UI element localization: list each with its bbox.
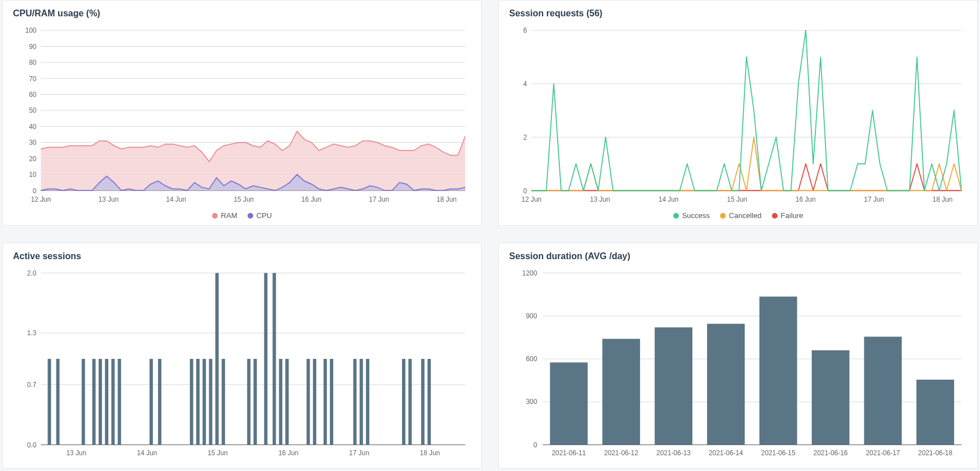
svg-rect-86 [330, 359, 333, 445]
svg-text:1200: 1200 [522, 269, 537, 277]
svg-rect-89 [366, 359, 369, 445]
svg-text:13 Jun: 13 Jun [99, 195, 119, 203]
svg-text:600: 600 [526, 355, 537, 363]
legend-item-success[interactable]: Success [673, 211, 710, 220]
svg-rect-62 [56, 359, 60, 445]
svg-rect-64 [92, 359, 96, 445]
svg-text:20: 20 [29, 154, 36, 163]
svg-rect-85 [324, 359, 327, 445]
svg-rect-119 [916, 380, 954, 445]
svg-rect-105 [550, 362, 588, 445]
svg-text:13 Jun: 13 Jun [590, 195, 610, 203]
svg-text:13 Jun: 13 Jun [66, 449, 86, 457]
svg-rect-115 [812, 350, 850, 445]
svg-text:17 Jun: 17 Jun [864, 195, 884, 203]
svg-rect-70 [158, 359, 161, 445]
svg-rect-66 [105, 359, 108, 445]
svg-text:14 Jun: 14 Jun [166, 195, 187, 203]
svg-text:0.0: 0.0 [27, 441, 37, 448]
svg-text:16 Jun: 16 Jun [301, 195, 321, 203]
svg-text:12 Jun: 12 Jun [522, 195, 542, 203]
svg-rect-107 [602, 339, 640, 445]
legend-requests: Success Cancelled Failure [509, 209, 967, 220]
svg-text:40: 40 [29, 122, 36, 131]
svg-text:60: 60 [29, 90, 36, 99]
svg-text:30: 30 [29, 139, 36, 147]
svg-text:2021-06-17: 2021-06-17 [866, 449, 900, 457]
card-session-duration: Session duration (AVG /day) 030060090012… [498, 243, 978, 469]
svg-text:18 Jun: 18 Jun [420, 449, 440, 457]
svg-text:12 Jun: 12 Jun [31, 195, 51, 203]
svg-text:14 Jun: 14 Jun [137, 449, 157, 457]
svg-rect-111 [707, 324, 745, 445]
svg-text:17 Jun: 17 Jun [349, 449, 369, 457]
svg-rect-78 [254, 359, 257, 445]
svg-rect-87 [353, 359, 356, 445]
chart-session-requests[interactable]: 024612 Jun13 Jun14 Jun15 Jun16 Jun17 Jun… [509, 24, 967, 209]
chart-session-duration[interactable]: 030060090012002021-06-112021-06-122021-0… [509, 267, 967, 463]
svg-text:2021-06-12: 2021-06-12 [604, 449, 638, 457]
svg-text:18 Jun: 18 Jun [933, 195, 953, 203]
svg-rect-90 [402, 359, 405, 445]
svg-rect-76 [222, 359, 225, 445]
svg-text:2021-06-11: 2021-06-11 [551, 449, 586, 457]
svg-text:10: 10 [29, 171, 36, 179]
svg-text:0: 0 [523, 186, 527, 195]
svg-text:2021-06-18: 2021-06-18 [918, 449, 952, 457]
card-title: CPU/RAM usage (%) [13, 8, 471, 19]
svg-text:900: 900 [526, 312, 537, 320]
svg-rect-81 [279, 359, 282, 445]
svg-rect-63 [82, 359, 85, 445]
svg-rect-69 [149, 359, 153, 445]
svg-rect-72 [196, 359, 200, 445]
svg-rect-77 [247, 359, 250, 445]
svg-text:6: 6 [523, 26, 527, 35]
legend-item-ram[interactable]: RAM [212, 211, 237, 220]
legend-item-cancelled[interactable]: Cancelled [720, 211, 762, 220]
svg-text:16 Jun: 16 Jun [796, 195, 816, 203]
svg-rect-91 [408, 359, 412, 445]
svg-rect-67 [111, 359, 114, 445]
card-session-requests: Session requests (56) 024612 Jun13 Jun14… [498, 0, 978, 226]
svg-rect-109 [655, 327, 692, 445]
card-active-sessions: Active sessions 0.00.71.32.013 Jun14 Jun… [2, 243, 482, 469]
svg-rect-93 [427, 359, 431, 445]
card-title: Active sessions [13, 251, 471, 261]
svg-rect-71 [190, 359, 193, 445]
svg-text:2021-06-13: 2021-06-13 [656, 449, 691, 457]
svg-rect-75 [215, 273, 219, 445]
svg-text:4: 4 [523, 80, 527, 88]
svg-rect-83 [307, 359, 310, 445]
svg-text:2021-06-15: 2021-06-15 [761, 449, 796, 457]
svg-text:80: 80 [29, 59, 36, 67]
legend-cpu-ram: RAM CPU [13, 209, 471, 220]
legend-item-cpu[interactable]: CPU [248, 211, 272, 220]
svg-text:15 Jun: 15 Jun [208, 449, 228, 457]
svg-rect-80 [272, 273, 276, 445]
card-cpu-ram: CPU/RAM usage (%) 0102030405060708090100… [2, 0, 482, 226]
svg-rect-65 [99, 359, 102, 445]
svg-rect-117 [864, 337, 902, 445]
svg-rect-73 [202, 359, 206, 445]
svg-text:300: 300 [526, 398, 537, 406]
svg-rect-92 [421, 359, 425, 445]
svg-rect-68 [118, 359, 121, 445]
svg-text:15 Jun: 15 Jun [727, 195, 747, 203]
svg-text:14 Jun: 14 Jun [659, 195, 679, 203]
chart-active-sessions[interactable]: 0.00.71.32.013 Jun14 Jun15 Jun16 Jun17 J… [13, 267, 471, 463]
legend-item-failure[interactable]: Failure [772, 211, 804, 220]
svg-text:2021-06-16: 2021-06-16 [814, 449, 848, 457]
svg-text:17 Jun: 17 Jun [369, 195, 389, 203]
svg-text:2: 2 [523, 133, 527, 141]
svg-text:50: 50 [29, 106, 36, 115]
svg-text:0: 0 [33, 186, 37, 195]
svg-text:2021-06-14: 2021-06-14 [709, 449, 743, 457]
svg-rect-84 [313, 359, 316, 445]
svg-text:0: 0 [533, 441, 537, 448]
svg-rect-88 [360, 359, 363, 445]
svg-text:18 Jun: 18 Jun [436, 195, 457, 203]
chart-cpu-ram[interactable]: 010203040506070809010012 Jun13 Jun14 Jun… [13, 24, 471, 209]
dashboard-grid: CPU/RAM usage (%) 0102030405060708090100… [0, 0, 980, 471]
svg-text:2.0: 2.0 [27, 269, 37, 277]
svg-text:70: 70 [29, 74, 36, 83]
